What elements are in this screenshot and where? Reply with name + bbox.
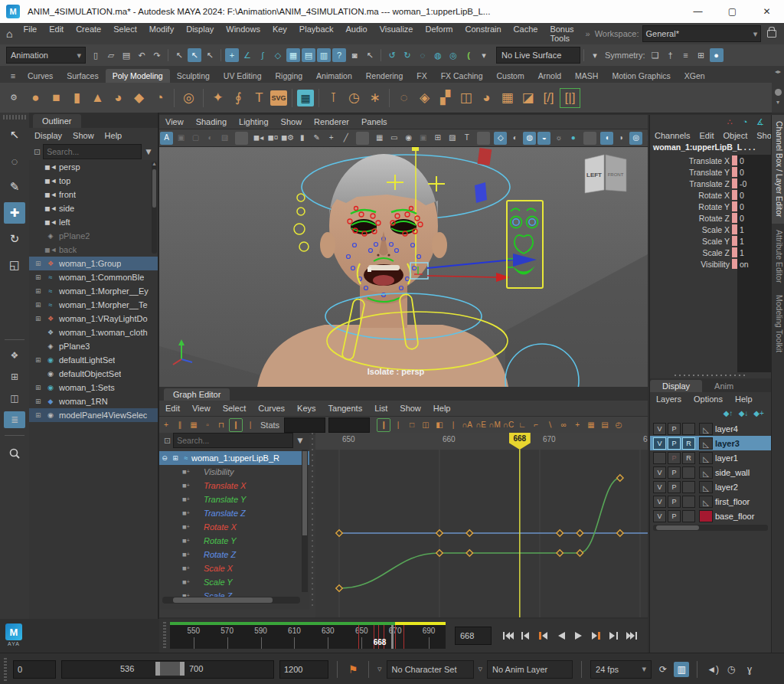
character-set-flag-icon[interactable]: ⚑ (345, 662, 361, 677)
layer-name[interactable]: layer3 (715, 439, 740, 448)
status-icon[interactable]: ◎ (446, 48, 460, 62)
layer-color-swatch[interactable]: ◺ (699, 466, 713, 479)
viewport-toolbar-icon[interactable]: ◖ (600, 132, 613, 145)
shelf-tool-icon[interactable]: ● (26, 87, 45, 109)
status-icon[interactable]: ◌ (416, 48, 430, 62)
viewport-toolbar-icon[interactable]: A (160, 132, 173, 145)
shelf-tool-icon[interactable]: ◕ (477, 87, 496, 109)
channel-value-field[interactable]: 1 (737, 224, 771, 235)
graph-editor-menu-item[interactable]: View (186, 401, 217, 416)
graph-toolbar-icon[interactable]: ∞ (557, 418, 570, 432)
chevron-down-icon[interactable]: ▿ (377, 664, 382, 674)
view-cube-left-label[interactable]: LEFT (586, 172, 602, 178)
outliner-item[interactable]: ⊞ ≈ woman_1:Morpher__Ey (29, 284, 158, 298)
viewport-toolbar-icon[interactable] (235, 132, 248, 145)
outliner-item[interactable]: ⊞ ❖ woman_1:Group (29, 257, 158, 270)
graph-editor-menu-item[interactable]: Select (217, 401, 253, 416)
graph-toolbar-icon[interactable]: ◧ (433, 418, 446, 432)
graph-channel-row[interactable]: ◼+ Rotate Z (159, 548, 309, 561)
view-cube-front-label[interactable]: FRONT (608, 172, 624, 177)
menu-item[interactable]: Cache (508, 25, 544, 34)
keyframe-marker[interactable] (557, 550, 563, 556)
shelf-tool-icon[interactable]: ▞ (436, 87, 455, 109)
chevron-down-icon[interactable]: ▾ (588, 48, 602, 62)
animation-end-field[interactable]: 1200 (279, 660, 328, 679)
maximize-button[interactable]: ▢ (715, 0, 750, 23)
shelf-tool-icon[interactable]: ◆ (129, 87, 149, 109)
outliner-item[interactable]: ◈ pPlane2 (29, 229, 158, 243)
viewport-menu-item[interactable]: Shading (190, 115, 233, 129)
graph-list-hscrollbar[interactable] (162, 597, 300, 604)
channel-value-field[interactable]: -0 (737, 178, 771, 189)
status-icon[interactable]: ▾ (477, 48, 491, 62)
layer-row[interactable]: V P base_floor (650, 509, 771, 523)
outliner-item[interactable]: ⊞ ≈ woman_1:CommonBle (29, 270, 158, 284)
expand-icon[interactable]: ⊞ (35, 315, 44, 322)
shelf-tab[interactable]: Custom (490, 69, 531, 83)
shelf-tool-icon[interactable] (389, 89, 390, 107)
view-cube[interactable]: LEFT FRONT (585, 155, 626, 193)
status-icon[interactable]: ↖ (363, 48, 377, 62)
channel-row[interactable]: Visibility on (650, 258, 771, 270)
layout-button-icon[interactable]: ◫ (4, 390, 25, 407)
layer-row[interactable]: V P R ◺ layer3 (650, 436, 771, 450)
channel-row[interactable]: Scale Y 1 (650, 235, 771, 247)
layer-row[interactable]: V P ◺ layer2 (650, 479, 771, 494)
layer-name[interactable]: base_floor (715, 512, 754, 521)
channel-row[interactable]: Scale X 1 (650, 224, 771, 235)
status-icon[interactable]: ▤ (302, 48, 315, 62)
graph-toolbar-icon[interactable]: ∩C (502, 418, 514, 432)
graph-toolbar-icon[interactable]: ∟ (516, 418, 528, 432)
status-icon[interactable]: ↺ (385, 48, 399, 62)
layer-editor-tab[interactable]: Display (650, 380, 702, 392)
menu-item[interactable]: Bonus Tools (544, 25, 585, 43)
graph-toolbar-icon[interactable]: ▫ (201, 418, 214, 432)
layer-editor-menu-item[interactable]: Options (688, 392, 729, 406)
graph-editor-menu-item[interactable]: Edit (159, 401, 186, 416)
menu-item[interactable]: Deform (419, 25, 459, 34)
status-icon[interactable]: ▥ (317, 48, 331, 62)
expand-icon[interactable]: ⊞ (170, 454, 181, 462)
keyframe-marker[interactable] (336, 585, 342, 591)
red-control-box[interactable] (478, 148, 492, 165)
status-icon[interactable]: ▤ (119, 48, 133, 62)
channel-value-field[interactable]: 0 (737, 212, 771, 224)
shelf-tool-icon[interactable]: ◈ (415, 87, 434, 109)
layer-name[interactable]: layer1 (715, 453, 738, 463)
layer-color-swatch[interactable]: ◺ (699, 423, 713, 435)
graph-toolbar-icon[interactable]: ❙ (229, 418, 243, 432)
viewport-toolbar-icon[interactable]: ▢ (189, 132, 202, 145)
graph-node-row[interactable]: ⊖ ⊞ ≈ woman_1:upperLipB_R (159, 451, 309, 465)
outliner-item[interactable]: ⊞ ≈ woman_1:Morpher__Te (29, 298, 158, 312)
menu-item[interactable]: Constrain (459, 25, 508, 34)
layer-playback-toggle[interactable]: P (668, 423, 681, 435)
layer-toolbar-icon[interactable]: ◆↓ (737, 407, 750, 421)
shelf-tab[interactable]: Surfaces (60, 69, 105, 83)
viewport-toolbar-icon[interactable]: ◐ (204, 132, 217, 145)
viewport-toolbar-icon[interactable]: ▦ (373, 132, 386, 145)
layer-color-swatch[interactable]: ◺ (699, 452, 713, 464)
viewport-toolbar-icon[interactable]: T (460, 132, 473, 145)
viewport-toolbar-icon[interactable]: ◍ (523, 132, 536, 145)
viewport-menu-item[interactable]: Renderer (308, 115, 355, 129)
outliner-item[interactable]: ◼◄ back (29, 243, 158, 257)
expand-icon[interactable]: ⊞ (35, 398, 44, 405)
shelf-tool-icon[interactable]: ∮ (229, 87, 248, 109)
shelf-tab[interactable]: Rigging (268, 69, 309, 83)
viewport-scene[interactable]: LEFT FRONT Isolate : persp (159, 147, 648, 387)
graph-toolbar-icon[interactable]: ∩A (461, 418, 473, 432)
status-icon[interactable]: ∠ (240, 48, 254, 62)
layer-visibility-toggle[interactable]: V (653, 437, 666, 450)
outliner-menu-item[interactable]: Display (29, 128, 67, 143)
shelf-tool-icon[interactable]: ▲ (88, 87, 107, 109)
graph-curve-area[interactable] (315, 450, 648, 617)
viewport-toolbar-icon[interactable]: ▩ (644, 132, 648, 145)
status-icon[interactable]: ↖ (172, 48, 186, 62)
symmetry-icon[interactable]: ⊞ (694, 48, 708, 62)
graph-toolbar-icon[interactable]: ∥ (174, 418, 186, 432)
viewport-toolbar-icon[interactable]: ◼¤ (266, 132, 279, 145)
collapse-icon[interactable]: ⊖ (159, 454, 170, 462)
facial-control-panel[interactable] (507, 201, 543, 288)
channel-box-menu-item[interactable]: Object (718, 129, 752, 142)
graph-editor-menu-item[interactable]: List (368, 401, 394, 416)
